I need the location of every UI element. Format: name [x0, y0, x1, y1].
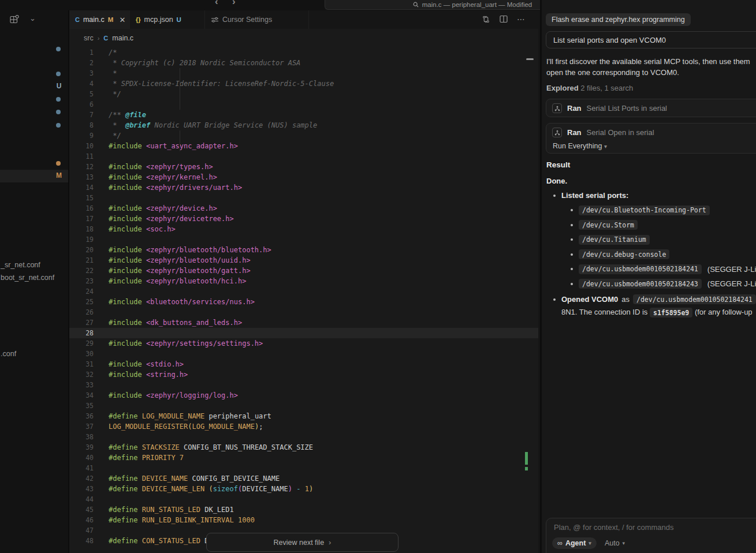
code-line[interactable]: 26 [69, 307, 538, 317]
code-line[interactable]: 37LOG_MODULE_REGISTER(LOG_MODULE_NAME); [69, 421, 538, 432]
serial-port-list: /dev/cu.Bluetooth-Incoming-Port/dev/cu.S… [571, 205, 756, 293]
serial-port-item: /dev/cu.Titanium [571, 234, 756, 245]
chevron-down-icon[interactable]: ⌄ [29, 14, 36, 23]
run-everything-button[interactable]: Run Everything ▾ [546, 137, 756, 150]
code-line[interactable]: 31#include <stdio.h> [69, 359, 538, 369]
code-line[interactable]: 21#include <zephyr/bluetooth/uuid.h> [69, 255, 538, 266]
port-code-chip: /dev/cu.Bluetooth-Incoming-Port [579, 205, 710, 215]
code-line[interactable]: 41 [69, 463, 538, 473]
code-line[interactable]: 46#define RUN_LED_BLINK_INTERVAL 1000 [69, 515, 538, 525]
code-line[interactable]: 13#include <zephyr/kernel.h> [69, 172, 538, 182]
opened-mid-text: as [621, 295, 630, 304]
breadcrumb: src › C main.c [69, 29, 538, 47]
tab-main-c[interactable]: C main.c M ✕ [69, 10, 130, 29]
breadcrumb-file[interactable]: main.c [112, 34, 133, 42]
listed-ports-bullet: Listed serial ports: [553, 191, 628, 200]
result-status: Done. [546, 177, 567, 185]
code-line[interactable]: 45#define RUN_STATUS_LED DK_LED1 [69, 505, 538, 515]
bullet-icon [571, 209, 573, 211]
nav-back-icon[interactable]: ‹ [215, 0, 218, 8]
code-line[interactable]: 8 * @brief Nordic UART Bridge Service (N… [69, 120, 538, 130]
code-line[interactable]: 1/* [69, 47, 538, 58]
code-line[interactable]: 29#include <zephyr/settings/settings.h> [69, 338, 538, 349]
mcp-tool-icon [552, 128, 562, 137]
code-line[interactable]: 10#include <uart_async_adapter.h> [69, 141, 538, 151]
code-line[interactable]: 16#include <zephyr/device.h> [69, 203, 538, 214]
code-line[interactable]: 11 [69, 151, 538, 162]
tool-desc: Serial List Ports in serial [587, 104, 667, 113]
code-line[interactable]: 28 [69, 328, 538, 338]
code-line[interactable]: 5 */ [69, 89, 538, 99]
tab-label: mcp.json [144, 16, 173, 24]
code-area[interactable]: 1/*2 * Copyright (c) 2018 Nordic Semicon… [69, 47, 538, 546]
c-file-icon: C [103, 35, 108, 42]
code-line[interactable]: 44 [69, 494, 538, 505]
tool-call-card-list-ports[interactable]: Ran Serial List Ports in serial [546, 99, 756, 117]
window-title: main.c — peripheral_uart — Modified [422, 1, 532, 8]
code-line[interactable]: 6 [69, 99, 538, 110]
split-editor-icon[interactable] [500, 15, 508, 23]
code-line[interactable]: 32#include <string.h> [69, 369, 538, 380]
more-actions-icon[interactable]: ⋯ [517, 14, 526, 24]
chat-thread-title[interactable]: Flash erase and zephyr.hex programming [546, 13, 691, 26]
scrollbar-thumb[interactable] [526, 58, 534, 60]
close-icon[interactable]: ✕ [119, 16, 125, 24]
tool-ran-label: Ran [567, 128, 582, 137]
agent-mode-selector[interactable]: ∞ Agent ▾ [552, 537, 597, 549]
code-line[interactable]: 2 * Copyright (c) 2018 Nordic Semiconduc… [69, 58, 538, 68]
explored-summary[interactable]: Explored 2 files, 1 search [546, 84, 633, 92]
result-heading: Result [546, 160, 570, 169]
code-line[interactable]: 38 [69, 432, 538, 442]
git-status-letter: U [55, 82, 63, 90]
explorer-file-item[interactable]: _sr_net.conf [1, 261, 40, 269]
code-line[interactable]: 4 * SPDX-License-Identifier: LicenseRef-… [69, 79, 538, 89]
code-line[interactable]: 22#include <zephyr/bluetooth/gatt.h> [69, 266, 538, 276]
compare-changes-icon[interactable] [482, 15, 490, 24]
code-line[interactable]: 14#include <zephyr/drivers/uart.h> [69, 182, 538, 193]
code-line[interactable]: 23#include <zephyr/bluetooth/hci.h> [69, 276, 538, 286]
workspace-layout-icon[interactable] [10, 15, 19, 24]
code-line[interactable]: 40#define PRIORITY 7 [69, 453, 538, 463]
ai-chat-panel: Flash erase and zephyr.hex programming L… [540, 0, 756, 553]
code-line[interactable]: 18#include <soc.h> [69, 224, 538, 234]
code-line[interactable]: 27#include <dk_buttons_and_leds.h> [69, 317, 538, 328]
code-line[interactable]: 3 * [69, 68, 538, 79]
overview-ruler-added-mark [525, 452, 528, 465]
bullet-icon [553, 298, 556, 301]
nav-forward-icon[interactable]: › [232, 0, 236, 8]
code-line[interactable]: 35 [69, 401, 538, 411]
breadcrumb-folder[interactable]: src [84, 34, 94, 42]
code-line[interactable]: 17#include <zephyr/devicetree.h> [69, 214, 538, 224]
code-line[interactable]: 20#include <zephyr/bluetooth/bluetooth.h… [69, 245, 538, 255]
code-line[interactable]: 39#define STACKSIZE CONFIG_BT_NUS_THREAD… [69, 442, 538, 453]
code-line[interactable]: 7/** @file [69, 110, 538, 120]
opened-label: Opened VCOM0 [561, 295, 618, 304]
code-line[interactable]: 24 [69, 286, 538, 297]
code-line[interactable]: 15 [69, 193, 538, 203]
c-file-icon: C [75, 16, 80, 23]
code-line[interactable]: 43#define DEVICE_NAME_LEN (sizeof(DEVICE… [69, 484, 538, 494]
code-line[interactable]: 19 [69, 234, 538, 245]
code-line[interactable]: 30 [69, 349, 538, 359]
explorer-file-item[interactable]: .conf [1, 350, 16, 358]
bullet-icon [571, 238, 573, 241]
code-line[interactable]: 42#define DEVICE_NAME CONFIG_BT_DEVICE_N… [69, 473, 538, 484]
code-line[interactable]: 33 [69, 380, 538, 390]
tab-cursor-settings[interactable]: Cursor Settings [205, 10, 309, 29]
review-next-file-button[interactable]: Review next file › [206, 533, 399, 552]
model-selector[interactable]: Auto ▾ [605, 539, 625, 547]
explorer-file-item[interactable]: boot_sr_net.conf [1, 274, 54, 282]
port-description: (SEGGER J-Link [707, 279, 756, 288]
chat-input-box[interactable]: Plan, @ for context, / for commands ∞ Ag… [546, 518, 756, 553]
git-status-dot [56, 123, 61, 128]
code-line[interactable]: 34#include <zephyr/logging/log.h> [69, 390, 538, 401]
code-line[interactable]: 9 */ [69, 130, 538, 141]
opened-port-bullet: Opened VCOM0 as /dev/cu.usbmodem00105021… [553, 294, 756, 319]
tab-mcp-json[interactable]: {} mcp.json U [130, 10, 205, 29]
tool-call-card-serial-open[interactable]: Ran Serial Open in serial Run Everything… [546, 123, 756, 154]
code-line[interactable]: 25#include <bluetooth/services/nus.h> [69, 297, 538, 307]
code-line[interactable]: 36#define LOG_MODULE_NAME peripheral_uar… [69, 411, 538, 421]
assistant-text: open the one corresponding to VCOM0. [546, 68, 756, 77]
git-modified-badge: M [108, 16, 114, 23]
code-line[interactable]: 12#include <zephyr/types.h> [69, 162, 538, 172]
